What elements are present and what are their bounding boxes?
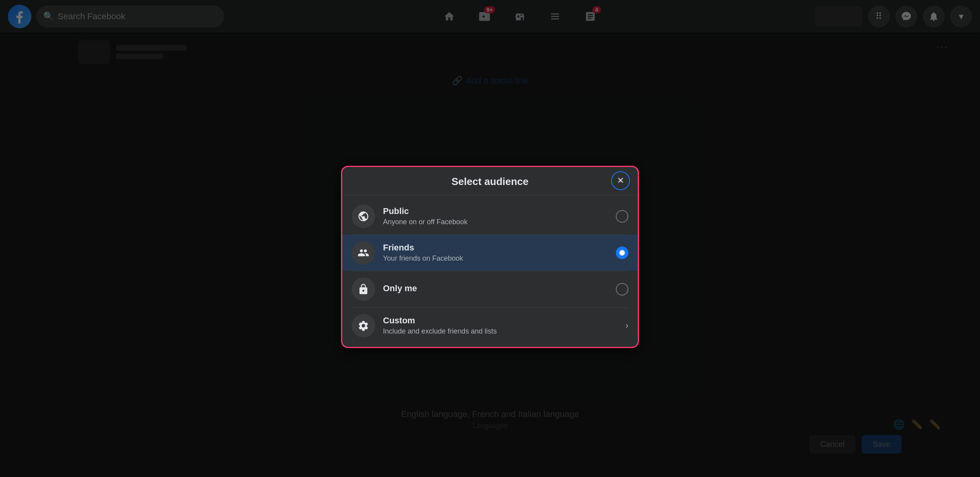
audience-option-list: Public Anyone on or off Facebook Friends… — [342, 195, 638, 347]
friends-radio[interactable] — [616, 247, 628, 259]
only-me-option-text: Only me — [383, 283, 608, 295]
only-me-label: Only me — [383, 283, 608, 294]
friends-option-text: Friends Your friends on Facebook — [383, 243, 608, 263]
only-me-icon-circle — [352, 277, 375, 301]
select-audience-modal: Select audience ✕ Public Anyone on or of… — [341, 166, 639, 348]
friends-icon-circle — [352, 241, 375, 265]
custom-sublabel: Include and exclude friends and lists — [383, 327, 618, 336]
custom-label: Custom — [383, 316, 618, 326]
custom-chevron-icon: › — [626, 321, 628, 331]
modal-header: Select audience ✕ — [342, 167, 638, 195]
public-radio[interactable] — [616, 210, 628, 223]
public-label: Public — [383, 206, 608, 216]
custom-icon-circle — [352, 314, 375, 337]
only-me-radio[interactable] — [616, 283, 628, 296]
modal-title: Select audience — [452, 176, 529, 188]
select-audience-modal-wrapper: Select audience ✕ Public Anyone on or of… — [341, 166, 639, 348]
audience-option-friends[interactable]: Friends Your friends on Facebook — [342, 235, 638, 271]
friends-sublabel: Your friends on Facebook — [383, 254, 608, 263]
audience-option-custom[interactable]: Custom Include and exclude friends and l… — [342, 308, 638, 344]
friends-label: Friends — [383, 243, 608, 253]
audience-option-public[interactable]: Public Anyone on or off Facebook — [342, 198, 638, 234]
modal-close-button[interactable]: ✕ — [611, 171, 630, 190]
custom-option-text: Custom Include and exclude friends and l… — [383, 316, 618, 336]
public-icon-circle — [352, 205, 375, 228]
audience-option-only-me[interactable]: Only me — [342, 271, 638, 307]
public-sublabel: Anyone on or off Facebook — [383, 218, 608, 226]
public-option-text: Public Anyone on or off Facebook — [383, 206, 608, 226]
